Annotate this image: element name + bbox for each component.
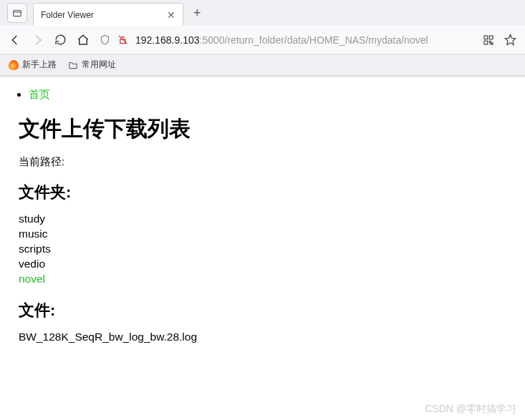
bookmark-label: 新手上路 — [22, 59, 57, 71]
firefox-icon — [9, 60, 19, 70]
bookmark-label: 常用网址 — [82, 59, 116, 71]
svg-rect-0 — [14, 11, 21, 16]
insecure-icon — [117, 34, 128, 45]
new-tab-button[interactable]: + — [189, 6, 206, 21]
browser-chrome: Folder Viewer ✕ + 192.168.9.103:5000/ret… — [0, 0, 525, 77]
folder-item[interactable]: novel — [19, 272, 519, 287]
home-button[interactable] — [77, 34, 90, 47]
recent-tabs-button[interactable] — [7, 3, 27, 23]
breadcrumb-list: 首页 — [6, 88, 519, 102]
watermark: CSDN @零时搞学习 — [425, 403, 516, 416]
svg-rect-4 — [489, 36, 493, 39]
folders-heading: 文件夹: — [19, 182, 519, 203]
home-link[interactable]: 首页 — [29, 88, 50, 100]
folder-list: studymusicscriptsvedionovel — [19, 212, 519, 287]
bookmark-getting-started[interactable]: 新手上路 — [9, 59, 57, 71]
tab-title: Folder Viewer — [41, 10, 94, 20]
address-bar[interactable]: 192.168.9.103:5000/return_folder/data/HO… — [100, 34, 473, 46]
close-tab-icon[interactable]: ✕ — [167, 9, 175, 21]
file-item[interactable]: BW_128K_SeqR_bw_log_bw.28.log — [19, 330, 519, 345]
folder-item[interactable]: scripts — [19, 242, 519, 257]
page-content: 首页 文件上传下载列表 当前路径: 文件夹: studymusicscripts… — [0, 77, 525, 351]
bookmark-star-icon[interactable] — [504, 34, 516, 46]
svg-rect-5 — [484, 41, 488, 44]
tab-strip: Folder Viewer ✕ + — [0, 0, 525, 26]
folder-item[interactable]: vedio — [19, 257, 519, 272]
breadcrumb-item: 首页 — [29, 88, 519, 102]
reload-button[interactable] — [54, 34, 67, 46]
svg-rect-3 — [484, 36, 488, 39]
toolbar-right — [483, 34, 516, 46]
bookmarks-bar: 新手上路 常用网址 — [0, 54, 525, 76]
file-list: BW_128K_SeqR_bw_log_bw.28.log — [19, 330, 519, 345]
toolbar: 192.168.9.103:5000/return_folder/data/HO… — [0, 26, 525, 54]
browser-tab[interactable]: Folder Viewer ✕ — [33, 3, 183, 26]
folder-item[interactable]: study — [19, 212, 519, 227]
shield-icon — [100, 34, 110, 45]
svg-marker-6 — [505, 34, 515, 44]
folder-icon — [68, 60, 78, 70]
qr-icon[interactable] — [483, 34, 494, 46]
current-path-label: 当前路径: — [19, 155, 519, 169]
url-text: 192.168.9.103:5000/return_folder/data/HO… — [135, 34, 428, 46]
folder-item[interactable]: music — [19, 227, 519, 242]
back-button[interactable] — [9, 34, 21, 47]
page-title: 文件上传下载列表 — [19, 114, 519, 144]
bookmark-common-sites[interactable]: 常用网址 — [68, 59, 116, 71]
forward-button[interactable] — [32, 34, 44, 47]
files-heading: 文件: — [19, 300, 519, 321]
